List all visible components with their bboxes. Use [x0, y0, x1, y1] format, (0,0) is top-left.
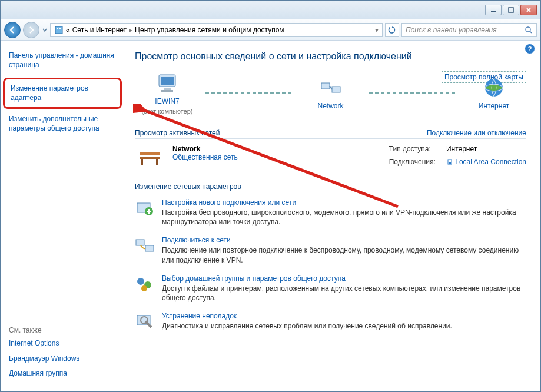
task-desc: Доступ к файлам и принтерам, расположенн…: [162, 284, 526, 303]
svg-rect-3: [57, 28, 58, 29]
connect-disconnect-link[interactable]: Подключение или отключение: [427, 129, 526, 137]
breadcrumb-dropdown-icon[interactable]: ▾: [375, 26, 379, 34]
globe-icon: [482, 76, 506, 99]
advanced-sharing-link[interactable]: Изменить дополнительные параметры общего…: [9, 115, 116, 133]
forward-button[interactable]: [23, 22, 39, 38]
minimize-button[interactable]: [485, 5, 502, 15]
ethernet-icon: [446, 158, 453, 165]
sidebar-seealso-2[interactable]: Домашняя группа: [9, 369, 116, 378]
address-breadcrumb[interactable]: « Сеть и Интернет ▸ Центр управления сет…: [50, 23, 383, 37]
connections-label: Подключения:: [389, 158, 436, 168]
task-link[interactable]: Выбор домашней группы и параметров общег…: [162, 274, 526, 283]
svg-rect-10: [321, 83, 330, 89]
maximize-button[interactable]: [503, 5, 519, 15]
change-adapter-settings-link[interactable]: Изменение параметров адаптера: [11, 84, 114, 102]
node-network: Network: [298, 76, 363, 110]
see-also-heading: См. также: [9, 326, 116, 334]
troubleshoot-icon: [135, 312, 155, 332]
node-network-label: Network: [317, 102, 343, 110]
main-panel: ? Просмотр основных сведений о сети и на…: [124, 41, 540, 391]
sidebar-seealso-0[interactable]: Internet Options: [9, 339, 116, 348]
svg-rect-17: [156, 159, 158, 165]
computer-icon: [155, 71, 179, 95]
node-this-pc-sublabel: (этот компьютер): [141, 108, 192, 115]
svg-rect-7: [161, 77, 174, 85]
sidebar: Панель управления - домашняя страница Из…: [1, 41, 124, 391]
active-networks-section: Просмотр активных сетей Подключение или …: [135, 129, 526, 168]
task-connect-network: Подключиться к сети Подключение или повт…: [135, 236, 526, 264]
breadcrumb-sep-icon: ▸: [129, 26, 132, 34]
svg-point-24: [137, 278, 144, 285]
task-link[interactable]: Подключиться к сети: [162, 236, 526, 244]
node-internet: Интернет: [462, 76, 526, 110]
node-this-pc-label: IEWIN7: [155, 97, 179, 105]
svg-rect-1: [509, 8, 513, 12]
content: Панель управления - домашняя страница Из…: [1, 41, 540, 391]
homegroup-icon: [135, 274, 155, 294]
task-link[interactable]: Настройка нового подключения или сети: [162, 198, 526, 207]
change-settings-heading: Изменение сетевых параметров: [135, 182, 526, 192]
close-button[interactable]: [520, 5, 537, 15]
svg-rect-9: [161, 90, 173, 92]
sidebar-seealso-1[interactable]: Брандмауэр Windows: [9, 354, 116, 364]
svg-rect-14: [140, 152, 160, 155]
active-networks-heading: Просмотр активных сетей Подключение или …: [135, 129, 526, 139]
access-type-label: Тип доступа:: [389, 145, 436, 155]
search-input[interactable]: Поиск в панели управления: [401, 23, 537, 37]
breadcrumb-prefix: «: [66, 26, 70, 34]
svg-rect-0: [491, 11, 496, 12]
window: « Сеть и Интернет ▸ Центр управления сет…: [0, 0, 541, 392]
control-panel-icon: [54, 25, 64, 35]
svg-rect-16: [141, 159, 143, 165]
node-internet-label: Интернет: [479, 102, 509, 110]
task-new-connection: Настройка нового подключения или сети На…: [135, 198, 526, 227]
bench-icon: [135, 145, 164, 168]
network-properties: Тип доступа: Интернет Подключения: Local…: [389, 145, 526, 168]
breadcrumb-part1[interactable]: Сеть и Интернет: [72, 26, 127, 34]
svg-rect-23: [145, 245, 154, 251]
svg-rect-22: [136, 240, 144, 245]
highlight-annotation: Изменение параметров адаптера: [3, 78, 122, 109]
breadcrumb-part2[interactable]: Центр управления сетями и общим доступом: [135, 26, 284, 34]
new-connection-icon: [135, 198, 155, 218]
task-desc: Подключение или повторное подключение к …: [162, 245, 526, 264]
search-placeholder: Поиск в панели управления: [406, 26, 497, 34]
network-map: IEWIN7 (этот компьютер) Network Интернет: [135, 71, 526, 115]
network-name: Network: [172, 145, 238, 153]
map-line: [369, 92, 456, 94]
connect-network-icon: [135, 236, 155, 256]
page-title: Просмотр основных сведений о сети и наст…: [135, 51, 526, 62]
back-button[interactable]: [4, 22, 21, 38]
active-network-info: Network Общественная сеть: [172, 145, 238, 168]
nav-toolbar: « Сеть и Интернет ▸ Центр управления сет…: [1, 19, 540, 41]
svg-rect-8: [164, 88, 171, 90]
svg-rect-4: [59, 28, 61, 29]
task-troubleshoot: Устранение неполадок Диагностика и испра…: [135, 312, 526, 332]
help-button[interactable]: ?: [525, 44, 535, 54]
svg-rect-19: [449, 162, 451, 164]
change-settings-section: Изменение сетевых параметров Настройка н…: [135, 182, 526, 332]
refresh-button[interactable]: [385, 23, 399, 37]
network-icon: [319, 76, 343, 99]
svg-rect-11: [332, 87, 340, 92]
task-homegroup: Выбор домашней группы и параметров общег…: [135, 274, 526, 303]
task-desc: Настройка беспроводного, широкополосного…: [162, 208, 526, 227]
titlebar: [1, 1, 540, 19]
search-icon: [525, 26, 533, 34]
node-this-pc: IEWIN7 (этот компьютер): [135, 71, 200, 115]
svg-point-5: [526, 27, 530, 32]
control-panel-home-link[interactable]: Панель управления - домашняя страница: [9, 51, 116, 69]
svg-rect-2: [55, 26, 62, 34]
task-link[interactable]: Устранение неполадок: [162, 312, 452, 320]
network-type-link[interactable]: Общественная сеть: [172, 153, 238, 161]
task-desc: Диагностика и исправление сетевых пробле…: [162, 321, 452, 331]
access-type-value: Интернет: [446, 145, 526, 155]
connection-link[interactable]: Local Area Connection: [446, 158, 526, 168]
history-dropdown-icon[interactable]: [42, 26, 48, 34]
active-network-row: Network Общественная сеть Тип доступа: И…: [135, 145, 526, 168]
svg-rect-15: [140, 157, 160, 159]
svg-point-26: [141, 285, 147, 291]
map-line: [205, 92, 293, 94]
